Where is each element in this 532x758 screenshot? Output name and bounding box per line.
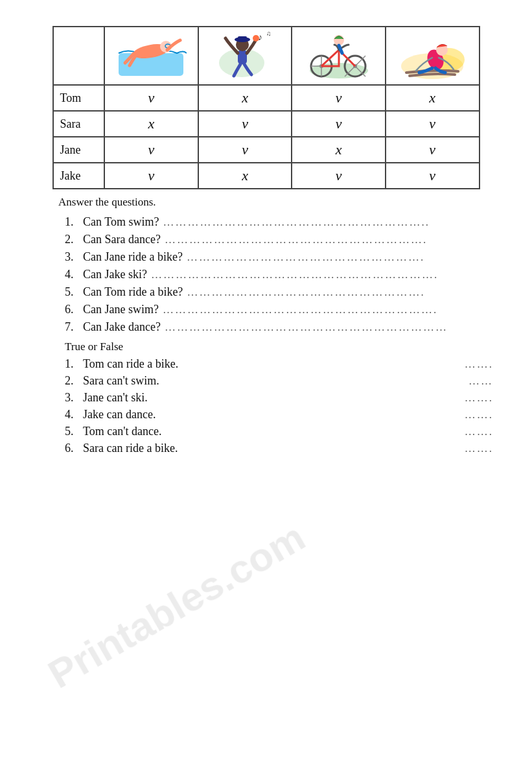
question-num-2: 2. <box>65 233 83 246</box>
dance-icon: ♪ ♫ <box>209 30 281 79</box>
mark-cell-tom-swim: v <box>104 85 198 111</box>
question-item-5: 5.Can Tom ride a bike?………………………………………………… <box>65 285 493 299</box>
tf-item-6: 6.Sara can ride a bike.……. <box>65 442 493 455</box>
question-num-7: 7. <box>65 320 83 334</box>
question-text-5: Can Tom ride a bike? <box>83 285 183 299</box>
true-false-label: True or False <box>65 340 123 353</box>
activity-table: ♪ ♫ <box>52 26 480 189</box>
mark-cell-jane-bike: x <box>292 137 386 163</box>
swim-icon <box>115 30 187 79</box>
mark-cell-sara-dance: v <box>198 111 292 137</box>
question-text-2: Can Sara dance? <box>83 233 161 246</box>
question-item-6: 6.Can Jane swim?…………………………………………………………. <box>65 303 493 316</box>
tf-text-4: Jake can dance. <box>83 408 452 421</box>
tf-blank-1: ……. <box>465 358 493 371</box>
tf-blank-5: ……. <box>465 425 493 438</box>
mark-cell-jake-bike: v <box>292 163 386 189</box>
table-row: Saraxvvv <box>53 111 480 137</box>
question-dots-3: …………………………………………………. <box>187 251 424 264</box>
mark-cell-sara-bike: v <box>292 111 386 137</box>
tf-text-1: Tom can ride a bike. <box>83 357 452 371</box>
question-num-1: 1. <box>65 215 83 229</box>
question-item-7: 7.Can Jake dance?…………………………………………………………… <box>65 320 493 334</box>
mark-cell-sara-swim: x <box>104 111 198 137</box>
svg-rect-7 <box>238 50 247 64</box>
tf-num-6: 6. <box>65 442 83 455</box>
tf-num-5: 5. <box>65 425 83 438</box>
mark-cell-jane-ski: v <box>386 137 480 163</box>
question-dots-4: ……………………………………………………………. <box>151 268 438 281</box>
question-dots-1: ……………………………………………………….. <box>163 216 430 229</box>
question-num-6: 6. <box>65 303 83 316</box>
tf-item-3: 3.Jane can't ski.……. <box>65 391 493 405</box>
table-row: Tomvxvx <box>53 85 480 111</box>
row-name-tom: Tom <box>53 85 105 111</box>
table-body: TomvxvxSaraxvvvJanevvxvJakevxvv <box>53 85 480 189</box>
bike-icon <box>303 30 375 79</box>
tf-item-2: 2.Sara can't swim.…… <box>65 374 493 388</box>
tf-text-6: Sara can ride a bike. <box>83 442 452 455</box>
question-num-4: 4. <box>65 268 83 281</box>
questions-list: 1.Can Tom swim?………………………………………………………..2.… <box>65 215 493 334</box>
question-dots-7: …………………………………………………………… <box>165 321 448 334</box>
question-text-3: Can Jane ride a bike? <box>83 250 183 264</box>
question-num-3: 3. <box>65 250 83 264</box>
tf-text-2: Sara can't swim. <box>83 374 456 388</box>
tf-item-1: 1.Tom can ride a bike.……. <box>65 357 493 371</box>
mark-cell-tom-dance: x <box>198 85 292 111</box>
instructions-text: Answer the questions. <box>58 196 156 208</box>
row-name-sara: Sara <box>53 111 105 137</box>
question-text-7: Can Jake dance? <box>83 320 161 334</box>
header-swim-cell <box>104 27 198 85</box>
mark-cell-jake-dance: x <box>198 163 292 189</box>
header-name-cell <box>53 27 105 85</box>
question-text-6: Can Jane swim? <box>83 303 159 316</box>
header-ski-cell <box>386 27 480 85</box>
question-num-5: 5. <box>65 285 83 299</box>
true-false-title: True or False <box>65 340 493 353</box>
mark-cell-jake-swim: v <box>104 163 198 189</box>
tf-num-3: 3. <box>65 391 83 405</box>
tf-text-5: Tom can't dance. <box>83 425 452 438</box>
header-bike-cell <box>292 27 386 85</box>
mark-cell-jane-swim: v <box>104 137 198 163</box>
question-item-1: 1.Can Tom swim?……………………………………………………….. <box>65 215 493 229</box>
header-dance-cell: ♪ ♫ <box>198 27 292 85</box>
question-item-2: 2.Can Sara dance?………………………………………………………. <box>65 233 493 246</box>
tf-blank-6: ……. <box>465 442 493 455</box>
tf-num-4: 4. <box>65 408 83 421</box>
mark-cell-tom-ski: x <box>386 85 480 111</box>
table-row: Jakevxvv <box>53 163 480 189</box>
activity-table-wrapper: ♪ ♫ <box>52 26 480 189</box>
tf-blank-4: ……. <box>465 409 493 421</box>
row-name-jake: Jake <box>53 163 105 189</box>
svg-point-11 <box>253 35 259 41</box>
ski-icon <box>397 30 468 79</box>
question-dots-2: ………………………………………………………. <box>165 233 427 246</box>
tf-blank-2: …… <box>468 375 493 388</box>
table-row: Janevvxv <box>53 137 480 163</box>
question-item-3: 3.Can Jane ride a bike?……………………………………………… <box>65 250 493 264</box>
question-dots-5: …………………………………………………. <box>187 286 424 299</box>
tf-blank-3: ……. <box>465 392 493 405</box>
mark-cell-tom-bike: v <box>292 85 386 111</box>
mark-cell-jane-dance: v <box>198 137 292 163</box>
tf-item-4: 4.Jake can dance.……. <box>65 408 493 421</box>
tf-item-5: 5.Tom can't dance.……. <box>65 425 493 438</box>
question-dots-6: …………………………………………………………. <box>163 303 437 316</box>
question-text-1: Can Tom swim? <box>83 215 159 229</box>
tf-num-2: 2. <box>65 374 83 388</box>
mark-cell-sara-ski: v <box>386 111 480 137</box>
svg-text:♫: ♫ <box>266 30 272 37</box>
mark-cell-jake-ski: v <box>386 163 480 189</box>
row-name-jane: Jane <box>53 137 105 163</box>
watermark: Printables.com <box>40 514 312 698</box>
svg-rect-10 <box>238 36 247 40</box>
question-item-4: 4.Can Jake ski?……………………………………………………………. <box>65 268 493 281</box>
questions-section: 1.Can Tom swim?………………………………………………………..2.… <box>65 215 493 334</box>
tf-list: 1.Tom can ride a bike.…….2.Sara can't sw… <box>65 357 493 455</box>
tf-text-3: Jane can't ski. <box>83 391 452 405</box>
answer-instructions: Answer the questions. <box>58 196 493 209</box>
tf-num-1: 1. <box>65 357 83 371</box>
question-text-4: Can Jake ski? <box>83 268 147 281</box>
